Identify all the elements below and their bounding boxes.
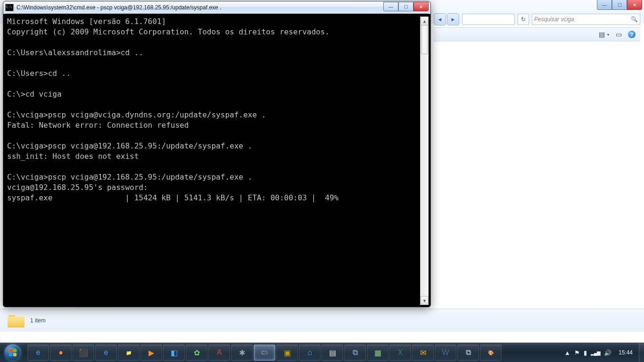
nav-back-button[interactable]: ◄ [434,13,446,25]
explorer-statusbar: 1 item [0,309,644,332]
taskbar-app-button[interactable]: A [208,345,230,361]
taskbar-app-button[interactable]: X [389,345,411,361]
taskbar-app-button[interactable]: 🎨 [480,345,502,361]
explorer-maximize-button[interactable]: ☐ [612,0,627,10]
preview-icon: ▭ [614,30,623,39]
system-tray: ▲ ⚑ ▮ ▂▄▆ 🔊 15:44 [561,343,639,362]
cmd-window[interactable]: C:\Windows\system32\cmd.exe - pscp vciga… [3,1,431,307]
taskbar-app-button[interactable]: ● [50,345,72,361]
search-placeholder: Pesquisar vciga [534,16,574,23]
search-icon[interactable]: 🔍 [631,16,638,23]
breadcrumb[interactable] [462,14,515,25]
scroll-thumb[interactable] [421,25,428,54]
help-icon[interactable]: ? [628,31,636,38]
tray-expand-icon[interactable]: ▲ [564,349,570,356]
taskbar-app-button[interactable]: ⧉ [457,345,479,361]
taskbar-app-button[interactable]: ✉ [412,345,434,361]
start-button[interactable] [0,343,25,362]
taskbar-app-button[interactable]: ▶ [140,345,162,361]
taskbar-app-button[interactable]: C:\ [254,345,275,361]
taskbar-app-button[interactable]: W [435,345,456,361]
scroll-up-button[interactable]: ▲ [421,16,429,25]
folder-icon [8,313,25,328]
taskbar-app-button[interactable]: e [27,345,49,361]
cmd-icon [5,4,14,11]
cmd-minimize-button[interactable]: — [383,2,398,11]
taskbar-clock[interactable]: 15:44 [615,349,636,356]
taskbar: e●⬛e📁▶◧✿A✱C:\▣⌂▤⧉▦X✉W⧉🎨 ▲ ⚑ ▮ ▂▄▆ 🔊 15:4… [0,343,644,362]
taskbar-app-button[interactable]: e [95,345,117,361]
view-mode-button[interactable]: ▤ ▾ [597,30,609,39]
search-input[interactable]: Pesquisar vciga 🔍 [532,14,640,25]
explorer-window-controls: — ☐ ✕ [597,0,642,9]
cmd-title-text: C:\Windows\system32\cmd.exe - pscp vciga… [17,4,380,11]
taskbar-app-button[interactable]: ✱ [231,345,253,361]
explorer-minimize-button[interactable]: — [597,0,612,10]
scroll-down-button[interactable]: ▼ [421,296,429,305]
action-center-icon[interactable]: ⚑ [574,349,580,356]
taskbar-app-button[interactable]: ◧ [163,345,185,361]
volume-icon[interactable]: 🔊 [604,349,611,356]
explorer-address-row: ◄ ► ↻ Pesquisar vciga 🔍 [434,13,640,25]
taskbar-app-button[interactable]: ▣ [276,345,298,361]
cmd-scrollbar[interactable]: ▲ ▼ [420,16,429,305]
cmd-close-button[interactable]: ✕ [413,2,429,11]
chevron-down-icon: ▾ [607,33,609,37]
taskbar-app-button[interactable]: ▦ [367,345,388,361]
taskbar-app-button[interactable]: ▤ [322,345,343,361]
taskbar-app-button[interactable]: ⧉ [344,345,366,361]
cmd-client-area[interactable]: Microsoft Windows [versão 6.1.7601] Copy… [5,14,429,305]
battery-icon[interactable]: ▮ [584,349,587,356]
taskbar-app-button[interactable]: ✿ [186,345,207,361]
taskbar-items: e●⬛e📁▶◧✿A✱C:\▣⌂▤⧉▦X✉W⧉🎨 [25,343,561,362]
taskbar-app-button[interactable]: 📁 [118,345,140,361]
network-icon[interactable]: ▂▄▆ [591,350,600,355]
taskbar-app-button[interactable]: ⬛ [73,345,94,361]
explorer-toolbar: ▤ ▾ ▭ ? [434,27,640,41]
view-icon: ▤ [597,30,606,39]
nav-forward-button[interactable]: ► [447,13,459,25]
status-item-count: 1 item [30,317,46,324]
windows-orb-icon [5,345,21,361]
cmd-titlebar[interactable]: C:\Windows\system32\cmd.exe - pscp vciga… [3,1,430,14]
cmd-maximize-button[interactable]: ☐ [398,2,413,11]
refresh-button[interactable]: ↻ [518,14,529,25]
taskbar-app-button[interactable]: ⌂ [299,345,321,361]
show-desktop-button[interactable] [639,343,644,362]
preview-pane-button[interactable]: ▭ [614,30,623,39]
cmd-output[interactable]: Microsoft Windows [versão 6.1.7601] Copy… [7,16,420,305]
explorer-close-button[interactable]: ✕ [627,0,642,10]
